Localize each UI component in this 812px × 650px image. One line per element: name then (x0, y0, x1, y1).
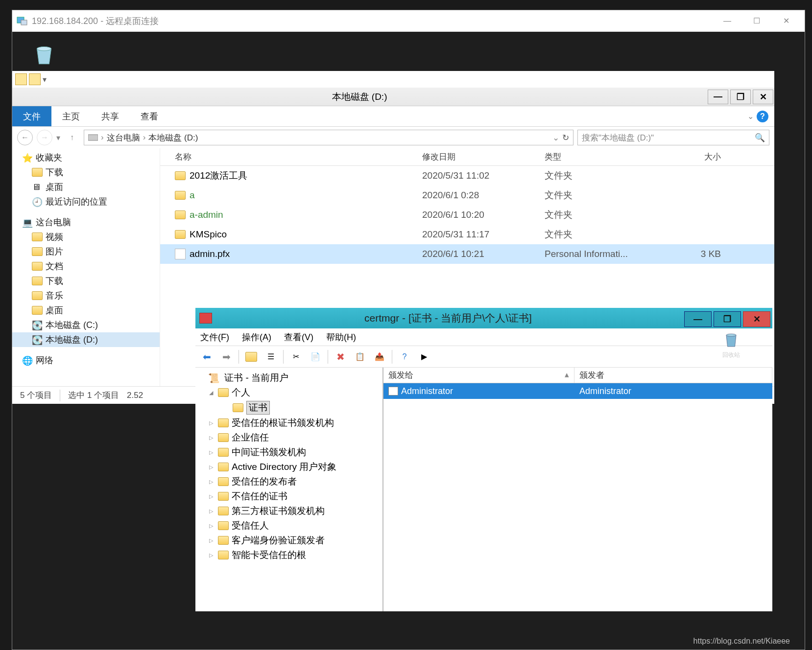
refresh-icon[interactable]: ↻ (562, 133, 569, 143)
qa-dropdown-icon[interactable]: ▾ (43, 75, 47, 84)
svg-point-2 (37, 46, 51, 50)
action-icon[interactable]: ▶ (417, 349, 431, 364)
maximize-button[interactable]: ❐ (714, 311, 741, 327)
close-button[interactable]: ✕ (743, 311, 770, 327)
tree-personal[interactable]: ◢个人 (195, 385, 382, 400)
folder-icon (233, 403, 243, 412)
folder-icon[interactable] (29, 73, 41, 85)
sidebar-item-downloads[interactable]: 下载 (12, 165, 160, 180)
certmgr-title: certmgr - [证书 - 当前用户\个人\证书] (212, 311, 684, 325)
close-button[interactable]: ✕ (771, 10, 801, 32)
sidebar-item-recent[interactable]: 🕘最近访问的位置 (12, 194, 160, 209)
tree-item[interactable]: ▷客户端身份验证颁发者 (195, 533, 382, 548)
maximize-button[interactable]: ❐ (730, 90, 751, 104)
help-icon[interactable]: ? (757, 111, 768, 122)
tab-share[interactable]: 共享 (91, 106, 130, 126)
sidebar-item-desktop[interactable]: 🖥桌面 (12, 180, 160, 194)
file-row[interactable]: 2012激活工具2020/5/31 11:02文件夹 (160, 166, 774, 186)
search-icon[interactable]: 🔍 (755, 133, 765, 143)
search-input[interactable]: 搜索"本地磁盘 (D:)" 🔍 (577, 130, 769, 145)
col-date[interactable]: 修改日期 (422, 151, 545, 162)
network-icon: 🌐 (22, 355, 33, 365)
export-icon[interactable]: 📤 (372, 349, 387, 364)
minimize-button[interactable]: — (708, 90, 728, 104)
folder-icon (175, 171, 186, 180)
tab-home[interactable]: 主页 (51, 106, 91, 126)
certmgr-toolbar: ⬅ ➡ ☰ ✂ 📄 ✖ 📋 📤 ? ▶ (195, 346, 772, 368)
cert-row[interactable]: AdministratorAdministrator (383, 383, 772, 399)
back-button[interactable]: ← (17, 130, 33, 145)
col-size[interactable]: 大小 (667, 151, 731, 162)
recent-dropdown-icon[interactable]: ▾ (56, 133, 60, 142)
cut-icon[interactable]: ✂ (288, 349, 303, 364)
tree-item[interactable]: ▷Active Directory 用户对象 (195, 460, 382, 474)
cert-root-icon: 📜 (208, 372, 220, 384)
tree-item[interactable]: ▷不信任的证书 (195, 489, 382, 504)
file-row[interactable]: KMSpico2020/5/31 11:17文件夹 (160, 225, 774, 244)
sidebar-this-pc[interactable]: 💻这台电脑 (12, 215, 160, 230)
help-icon[interactable]: ? (397, 349, 412, 364)
certmgr-list: 颁发给▴ 颁发者 AdministratorAdministrator (383, 368, 772, 611)
col-name[interactable]: 名称 (175, 151, 422, 162)
tree-item[interactable]: ▷智能卡受信任的根 (195, 548, 382, 562)
sidebar-item-drive-c[interactable]: 💽本地磁盘 (C:) (12, 318, 160, 332)
open-folder-icon[interactable] (244, 349, 259, 364)
folder-icon (218, 521, 229, 530)
tree-item[interactable]: ▷受信任的根证书颁发机构 (195, 416, 382, 430)
tree-item[interactable]: ▷中间证书颁发机构 (195, 445, 382, 460)
explorer-titlebar[interactable]: 本地磁盘 (D:) — ❐ ✕ (12, 88, 774, 106)
column-headers[interactable]: 名称 修改日期 类型 大小 (160, 148, 774, 166)
rdp-title: 192.168.184.200 - 远程桌面连接 (32, 15, 713, 27)
recycle-bin-remote2[interactable]: 回收站 (716, 329, 746, 359)
back-icon[interactable]: ⬅ (199, 349, 214, 364)
close-button[interactable]: ✕ (753, 90, 773, 104)
file-row[interactable]: a2020/6/1 0:28文件夹 (160, 186, 774, 205)
file-row[interactable]: a-admin2020/6/1 10:20文件夹 (160, 205, 774, 225)
folder-properties-icon[interactable] (15, 73, 27, 85)
sidebar-item-drive-d[interactable]: 💽本地磁盘 (D:) (12, 332, 160, 347)
breadcrumb-pc[interactable]: 这台电脑 (107, 132, 140, 143)
certmgr-titlebar[interactable]: certmgr - [证书 - 当前用户\个人\证书] — ❐ ✕ (195, 308, 772, 328)
sidebar-item-videos[interactable]: 视频 (12, 230, 160, 244)
recycle-bin-desktop[interactable] (32, 42, 66, 66)
col-issued-to[interactable]: 颁发给▴ (383, 368, 574, 383)
minimize-button[interactable]: — (713, 10, 742, 32)
minimize-button[interactable]: — (684, 311, 712, 327)
show-hide-tree-icon[interactable]: ☰ (263, 349, 278, 364)
tab-file[interactable]: 文件 (12, 106, 51, 126)
tree-item[interactable]: ▷受信任的发布者 (195, 474, 382, 489)
forward-button[interactable]: → (37, 130, 52, 145)
tree-item[interactable]: ▷受信任人 (195, 518, 382, 533)
sidebar-item-documents[interactable]: 文档 (12, 259, 160, 274)
file-row[interactable]: admin.pfx2020/6/1 10:21Personal Informat… (160, 244, 774, 264)
chevron-down-icon[interactable]: ⌄ (747, 112, 754, 121)
sidebar-network[interactable]: 🌐网络 (12, 353, 160, 368)
tree-item[interactable]: ▷企业信任 (195, 430, 382, 445)
maximize-button[interactable]: ☐ (742, 10, 771, 32)
delete-icon[interactable]: ✖ (333, 349, 348, 364)
rdp-titlebar[interactable]: 192.168.184.200 - 远程桌面连接 — ☐ ✕ (12, 10, 805, 32)
tree-root[interactable]: 📜 证书 - 当前用户 (195, 371, 382, 385)
tree-item[interactable]: ▷第三方根证书颁发机构 (195, 504, 382, 518)
address-dropdown-icon[interactable]: ⌄ (552, 133, 559, 143)
copy-icon[interactable]: 📄 (308, 349, 323, 364)
properties-icon[interactable]: 📋 (353, 349, 367, 364)
sidebar-item-music[interactable]: 音乐 (12, 288, 160, 303)
menu-action[interactable]: 操作(A) (242, 331, 271, 343)
address-bar[interactable]: › 这台电脑 › 本地磁盘 (D:) ⌄ ↻ (84, 130, 573, 145)
forward-icon[interactable]: ➡ (219, 349, 234, 364)
breadcrumb-drive[interactable]: 本地磁盘 (D:) (148, 132, 198, 143)
sidebar-favorites[interactable]: ⭐收藏夹 (12, 150, 160, 165)
menu-help[interactable]: 帮助(H) (326, 331, 356, 343)
sidebar-item-pictures[interactable]: 图片 (12, 244, 160, 259)
up-button[interactable]: ↑ (64, 130, 80, 145)
sidebar-item-downloads2[interactable]: 下载 (12, 274, 160, 288)
menu-view[interactable]: 查看(V) (284, 331, 313, 343)
menu-file[interactable]: 文件(F) (200, 331, 229, 343)
folder-icon (218, 418, 229, 427)
col-type[interactable]: 类型 (545, 151, 667, 162)
sidebar-item-desktop2[interactable]: 桌面 (12, 303, 160, 318)
col-issuer[interactable]: 颁发者 (574, 368, 772, 383)
tab-view[interactable]: 查看 (130, 106, 169, 126)
tree-certificates[interactable]: 证书 (195, 400, 382, 416)
